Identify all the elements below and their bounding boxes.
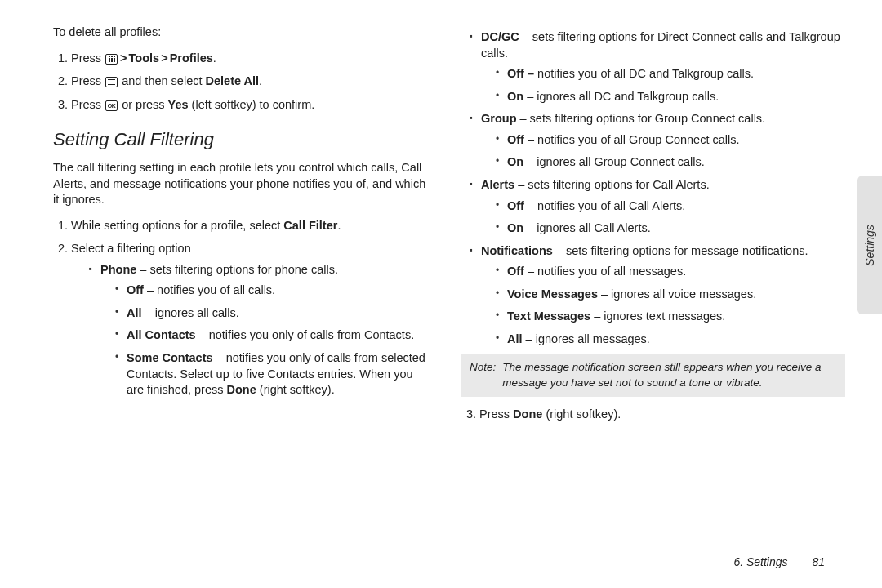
lbl: On — [507, 221, 523, 234]
side-tab-settings: Settings — [858, 176, 882, 314]
page-footer: 6. Settings 81 — [733, 555, 825, 570]
txt: Select a filtering option — [71, 242, 191, 255]
txt: – sets filtering options for phone calls… — [140, 263, 338, 276]
option-group: Group – sets filtering options for Group… — [470, 111, 845, 171]
lbl: Off – — [507, 67, 534, 80]
txt: – notifies you of all Group Connect call… — [528, 133, 740, 146]
lbl: All Contacts — [127, 328, 196, 341]
note-text: The message notification screen still ap… — [502, 360, 837, 390]
call-filter-label: Call Filter — [283, 219, 337, 232]
footer-page-number: 81 — [812, 555, 825, 568]
phone-somecontacts: Some Contacts – notifies you only of cal… — [115, 350, 429, 399]
right-column: DC/GC – sets filtering options for Direc… — [461, 24, 845, 430]
alerts-sub: Off – notifies you of all Call Alerts. O… — [481, 198, 845, 237]
filter-intro: The call filtering setting in each profi… — [53, 160, 429, 208]
lbl: Voice Messages — [507, 287, 598, 301]
filter-step-1: While setting options for a profile, sel… — [71, 218, 429, 234]
footer-section: 6. Settings — [733, 555, 787, 568]
txt: – ignores all voice messages. — [601, 287, 756, 301]
gt-icon: > — [161, 51, 167, 65]
lbl: On — [507, 90, 523, 103]
lbl: Off — [127, 283, 144, 296]
dcgc-on: On – ignores all DC and Talkgroup calls. — [496, 89, 845, 105]
lbl: Some Contacts — [127, 351, 213, 364]
yes-label: Yes — [168, 98, 189, 111]
phone-allcontacts: All Contacts – notifies you only of call… — [115, 327, 429, 344]
tools-label: Tools — [129, 51, 160, 65]
txt: – ignores all Call Alerts. — [527, 221, 651, 234]
txt: – ignores text messages. — [594, 310, 725, 323]
lbl: On — [507, 155, 523, 168]
filter-step-3-list: Press Done (right softkey). — [461, 407, 845, 423]
lbl: Off — [507, 199, 524, 212]
txt: notifies you of all DC and Talkgroup cal… — [537, 67, 754, 80]
txt: – sets filtering options for Direct Conn… — [481, 30, 840, 60]
txt: – sets filtering options for Group Conne… — [520, 112, 766, 125]
done-label: Done — [513, 408, 542, 421]
lbl: Off — [507, 265, 524, 278]
txt: – notifies you of all Call Alerts. — [528, 199, 685, 212]
txt: (right softkey). — [260, 383, 335, 396]
notifications-sub: Off – notifies you of all messages. Voic… — [481, 264, 845, 347]
lbl: DC/GC — [481, 30, 519, 43]
menu-key-icon — [105, 77, 118, 87]
filter-step-2: Select a filtering option Phone – sets f… — [71, 241, 429, 399]
txt: – ignores all messages. — [526, 332, 650, 345]
alerts-off: Off – notifies you of all Call Alerts. — [496, 198, 845, 215]
grid-key-icon — [105, 54, 118, 65]
delete-step-3: Press OK or press Yes (left softkey) to … — [71, 97, 429, 114]
txt: Press — [71, 74, 101, 87]
txt: Press — [479, 408, 510, 421]
gt-icon: > — [120, 51, 127, 65]
group-on: On – ignores all Group Connect calls. — [496, 154, 845, 171]
txt: – ignores all Group Connect calls. — [527, 155, 705, 168]
alerts-on: On – ignores all Call Alerts. — [496, 220, 845, 237]
profiles-label: Profiles — [170, 51, 213, 65]
txt: While setting options for a profile, sel… — [71, 219, 280, 232]
right-options: DC/GC – sets filtering options for Direc… — [461, 29, 845, 347]
lbl: Text Messages — [507, 310, 590, 323]
side-tab-label: Settings — [862, 225, 878, 266]
txt: (left softkey) to confirm. — [192, 98, 315, 111]
delete-steps: Press >Tools>Profiles. Press and then se… — [53, 51, 429, 114]
txt: Press — [71, 98, 101, 111]
txt: – ignores all calls. — [145, 306, 239, 319]
done-label: Done — [227, 383, 256, 396]
ok-key-icon: OK — [105, 100, 118, 111]
option-alerts: Alerts – sets filtering options for Call… — [470, 177, 845, 237]
note-box: Note: The message notification screen st… — [461, 354, 845, 396]
txt: – notifies you of all messages. — [528, 265, 686, 278]
option-phone: Phone – sets filtering options for phone… — [89, 262, 429, 399]
delete-step-2: Press and then select Delete All. — [71, 74, 429, 90]
filter-step-3: Press Done (right softkey). — [479, 407, 845, 423]
section-heading: Setting Call Filtering — [53, 127, 429, 152]
lbl: Group — [481, 112, 517, 125]
txt: Press — [71, 51, 101, 65]
dcgc-off: Off – notifies you of all DC and Talkgro… — [496, 66, 845, 82]
group-sub: Off – notifies you of all Group Connect … — [481, 132, 845, 171]
phone-all: All – ignores all calls. — [115, 305, 429, 322]
filter-options: Phone – sets filtering options for phone… — [71, 262, 429, 399]
txt: – notifies you of all calls. — [147, 283, 275, 296]
option-notifications: Notifications – sets filtering options f… — [470, 243, 845, 348]
txt: and then select — [122, 74, 202, 87]
lbl: All — [507, 332, 523, 345]
txt: (right softkey). — [546, 408, 621, 421]
dcgc-sub: Off – notifies you of all DC and Talkgro… — [481, 66, 845, 105]
notif-voice: Voice Messages – ignores all voice messa… — [496, 287, 845, 303]
txt: – ignores all DC and Talkgroup calls. — [527, 90, 719, 103]
option-dcgc: DC/GC – sets filtering options for Direc… — [470, 29, 845, 105]
note-label: Note: — [470, 360, 496, 390]
delete-profiles-heading: To delete all profiles: — [53, 24, 429, 41]
notif-off: Off – notifies you of all messages. — [496, 264, 845, 280]
manual-page: To delete all profiles: Press >Tools>Pro… — [0, 0, 882, 430]
phone-off: Off – notifies you of all calls. — [115, 283, 429, 299]
left-column: To delete all profiles: Press >Tools>Pro… — [53, 24, 429, 430]
notif-text: Text Messages – ignores text messages. — [496, 309, 845, 325]
phone-sub: Off – notifies you of all calls. All – i… — [100, 283, 429, 398]
txt: – notifies you only of calls from Contac… — [199, 328, 415, 341]
phone-label: Phone — [100, 263, 136, 276]
delete-step-1: Press >Tools>Profiles. — [71, 51, 429, 67]
lbl: All — [127, 306, 142, 319]
txt: or press — [122, 98, 164, 111]
